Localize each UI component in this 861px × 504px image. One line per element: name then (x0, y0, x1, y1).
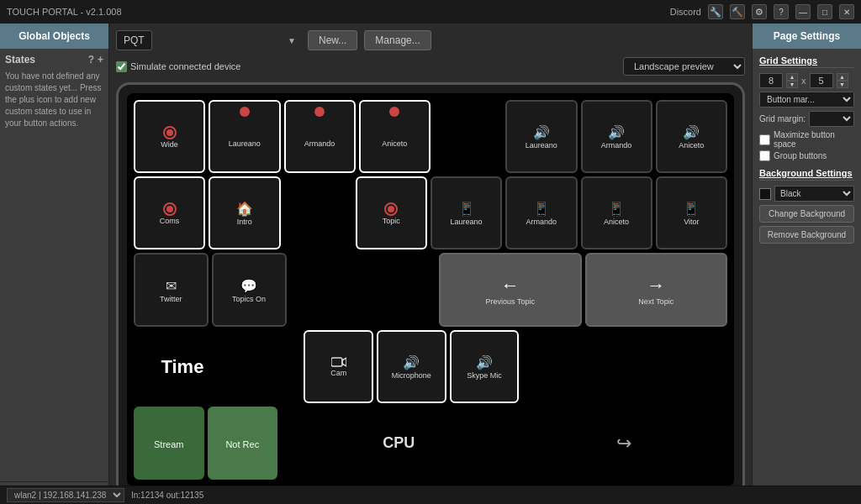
btn-intro[interactable]: 🏠 Intro (209, 176, 280, 249)
btn-laureano-ph-label: Laureano (451, 218, 483, 227)
close-button[interactable]: ✕ (839, 4, 854, 19)
btn-microphone[interactable]: 🔊 Microphone (377, 330, 446, 403)
btn-laureano-1[interactable]: Laureano (209, 100, 280, 173)
group-checkbox[interactable] (759, 150, 770, 161)
rec-icon-coms (163, 202, 177, 216)
btn-laureano-ph[interactable]: 📱 Laureano (430, 176, 502, 249)
btn-topic[interactable]: Topic (356, 176, 427, 249)
grid-margin-row: Grid margin: (759, 111, 854, 127)
btn-laureano-spk[interactable]: 🔊 Laureano (505, 100, 577, 173)
cpu-label: CPU (383, 434, 415, 452)
btn-empty-3-4 (364, 253, 436, 326)
btn-microphone-label: Microphone (392, 372, 431, 381)
phone-icon-aniceto: 📱 (608, 201, 625, 217)
btn-wide[interactable]: Wide (134, 100, 205, 173)
time-label: Time (161, 356, 203, 378)
email-icon: ✉ (166, 278, 177, 294)
btn-armando-spk[interactable]: 🔊 Armando (581, 100, 652, 173)
group-label: Group buttons (774, 151, 827, 160)
app-title: TOUCH PORTAL - v2.1.008 (7, 7, 122, 17)
btn-cpu: CPU (351, 407, 446, 480)
btn-laureano-1-label: Laureano (229, 140, 261, 149)
new-button[interactable]: New... (308, 30, 357, 50)
minimize-button[interactable]: — (795, 4, 811, 19)
page-settings-label: Page Settings (774, 30, 840, 42)
maximize-checkbox[interactable] (759, 134, 770, 145)
bg-color-row: Black (759, 186, 854, 202)
btn-vitor-ph[interactable]: 📱 Vitor (656, 176, 727, 249)
gear-icon[interactable]: ⚙ (752, 4, 767, 19)
change-background-button[interactable]: Change Background (759, 205, 854, 223)
btn-aniceto-1[interactable]: Aniceto (359, 100, 430, 173)
btn-notrec-label: Not Rec (225, 439, 259, 449)
btn-share[interactable]: ↪ (590, 407, 658, 480)
landscape-select-wrapper: Landscape preview (623, 57, 745, 76)
grid-height-spinners: ▲ ▼ (837, 73, 848, 88)
arrow-left-icon: ← (501, 275, 520, 297)
btn-prev-topic[interactable]: ← Previous Topic (439, 253, 582, 326)
btn-armando-ph-label: Armando (526, 218, 557, 227)
rec-icon-wide (163, 126, 177, 139)
btn-notrec[interactable]: Not Rec (208, 407, 278, 480)
manage-button[interactable]: Manage... (364, 30, 430, 50)
btn-stream[interactable]: Stream (134, 407, 204, 480)
landscape-select[interactable]: Landscape preview (623, 57, 745, 76)
button-margin-select[interactable]: Button mar... (759, 92, 854, 108)
bg-color-box (759, 188, 771, 200)
grid-width-down[interactable]: ▼ (786, 81, 798, 88)
hammer-icon[interactable]: 🔨 (730, 4, 745, 19)
simulate-label[interactable]: Simulate connected device (116, 61, 240, 72)
grid-height-input[interactable] (810, 73, 833, 88)
remove-background-button[interactable]: Remove Background (759, 226, 854, 244)
btn-aniceto-ph[interactable]: 📱 Aniceto (581, 176, 652, 249)
btn-cam[interactable]: Cam (304, 330, 373, 403)
btn-empty-1-5 (434, 100, 502, 173)
btn-next-topic[interactable]: → Next Topic (585, 253, 728, 326)
wrench-icon[interactable]: 🔧 (708, 4, 723, 19)
grid-height-up[interactable]: ▲ (837, 73, 848, 81)
btn-armando-ph[interactable]: 📱 Armando (505, 176, 577, 249)
btn-aniceto-spk[interactable]: 🔊 Aniceto (656, 100, 727, 173)
help-button[interactable]: ? (774, 4, 789, 19)
grid-row-1: Wide Laureano Armando Anic (134, 100, 727, 173)
rec-icon-topic (384, 202, 398, 216)
button-grid: Wide Laureano Armando Anic (127, 93, 734, 486)
btn-twitter[interactable]: ✉ Twitter (134, 253, 209, 326)
btn-empty-4-2 (235, 330, 301, 403)
speaker-icon-armando: 🔊 (608, 124, 625, 140)
btn-time: Time (134, 330, 231, 403)
bg-color-select[interactable]: Black (774, 186, 854, 202)
states-add-icon[interactable]: + (98, 54, 103, 66)
states-help-icon[interactable]: ? (88, 54, 94, 66)
btn-vitor-ph-label: Vitor (684, 218, 699, 227)
remove-bg-row: Remove Background (759, 226, 854, 244)
simulate-checkbox[interactable] (116, 61, 127, 72)
maximize-button[interactable]: □ (817, 4, 832, 19)
simulate-text: Simulate connected device (130, 61, 240, 71)
btn-armando-1[interactable]: Armando (284, 100, 356, 173)
btn-coms[interactable]: Coms (134, 176, 205, 249)
speaker-icon-aniceto: 🔊 (683, 124, 700, 140)
group-row: Group buttons (759, 150, 854, 161)
network-select[interactable]: wlan2 | 192.168.141.238 (7, 488, 124, 502)
btn-topics-on[interactable]: 💬 Topics On (212, 253, 287, 326)
grid-width-up[interactable]: ▲ (786, 73, 798, 81)
btn-empty-4-7 (592, 330, 658, 403)
btn-cam-label: Cam (330, 370, 346, 378)
states-label: States (5, 54, 35, 66)
grid-height-down[interactable]: ▼ (837, 81, 848, 88)
grid-margin-select[interactable] (809, 111, 854, 127)
btn-armando-spk-label: Armando (601, 142, 632, 150)
btn-aniceto-spk-label: Aniceto (679, 142, 704, 150)
page-select[interactable]: PQT (116, 30, 152, 50)
share-icon: ↪ (616, 433, 631, 454)
btn-empty-5-3 (281, 407, 348, 480)
grid-width-input[interactable] (759, 73, 783, 88)
skype-mic-icon: 🔊 (476, 354, 493, 370)
global-objects-label: Global Objects (18, 30, 90, 42)
page-select-wrapper: PQT ▼ (116, 30, 301, 50)
btn-skype-mic[interactable]: 🔊 Skype Mic (450, 330, 520, 403)
btn-topic-label: Topic (383, 218, 400, 226)
maximize-label: Maximize button space (774, 130, 854, 149)
btn-empty-3-3 (290, 253, 362, 326)
